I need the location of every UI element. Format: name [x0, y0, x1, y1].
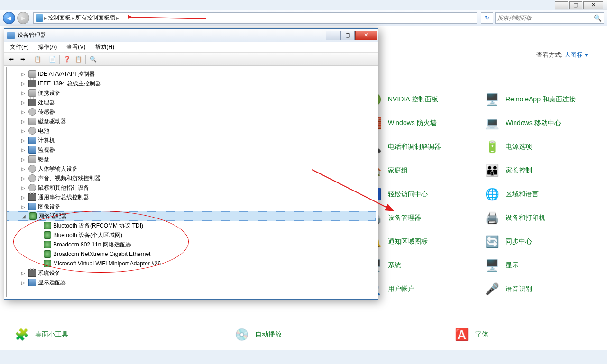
tree-node-label: 磁盘驱动器	[38, 118, 66, 126]
tree-node-声音、视频和游戏控制器[interactable]: ▷声音、视频和游戏控制器	[7, 173, 376, 183]
toolbar-button[interactable]: ⬅	[6, 54, 17, 64]
tree-node-label: 处理器	[38, 99, 55, 107]
expand-toggle[interactable]: ▷	[20, 157, 27, 162]
cp-item-Windows 移动中心[interactable]: 💻Windows 移动中心	[485, 111, 602, 135]
tree-node-监视器[interactable]: ▷监视器	[7, 145, 376, 155]
tree-node-显示适配器[interactable]: ▷显示适配器	[7, 278, 376, 287]
cp-item-Windows 防火墙[interactable]: 🧱Windows 防火墙	[367, 111, 485, 135]
device-manager-menubar: 文件(F)操作(A)查看(V)帮助(H)	[4, 42, 378, 53]
breadcrumb[interactable]: ▸ 控制面板 ▸ 所有控制面板项 ▸	[33, 12, 477, 24]
expand-toggle[interactable]: ▷	[20, 271, 27, 276]
cp-item-RemoteApp 和桌面连接[interactable]: 🖥️RemoteApp 和桌面连接	[485, 88, 602, 111]
cp-item-NVIDIA 控制面板[interactable]: 🟢NVIDIA 控制面板	[367, 88, 485, 111]
cp-item-轻松访问中心[interactable]: ♿轻松访问中心	[367, 182, 485, 206]
tree-node-鼠标和其他指针设备[interactable]: ▷鼠标和其他指针设备	[7, 183, 376, 192]
dm-minimize-button[interactable]: —	[326, 31, 340, 40]
toolbar-button[interactable]: ❓	[62, 54, 72, 64]
expand-toggle[interactable]: ▷	[20, 166, 27, 172]
tree-node-Microsoft Virtual WiFi Miniport Adapter #26[interactable]: Microsoft Virtual WiFi Miniport Adapter …	[7, 259, 376, 268]
cp-item-系统[interactable]: 🖥️系统	[367, 254, 485, 277]
expand-toggle[interactable]: ▷	[20, 138, 27, 143]
tree-node-label: Bluetooth 设备(RFCOMM 协议 TDI)	[53, 222, 143, 230]
search-box[interactable]: 🔍	[495, 12, 604, 24]
tree-node-网络适配器[interactable]: ◢网络适配器	[7, 211, 376, 221]
tree-node-IDE ATA/ATAPI 控制器[interactable]: ▷IDE ATA/ATAPI 控制器	[7, 69, 376, 79]
expand-toggle[interactable]: ▷	[20, 176, 27, 181]
tree-node-图像设备[interactable]: ▷图像设备	[7, 202, 376, 211]
tree-node-Bluetooth 设备(个人区域网)[interactable]: Bluetooth 设备(个人区域网)	[7, 230, 376, 240]
maximize-button[interactable]: ▢	[569, 1, 582, 9]
expand-toggle[interactable]: ▷	[20, 195, 27, 200]
expand-toggle[interactable]: ▷	[20, 109, 27, 115]
cp-item-电话和调制解调器[interactable]: 📞电话和调制解调器	[367, 135, 485, 159]
cp-item-用户帐户[interactable]: 👤用户帐户	[367, 277, 485, 301]
tree-node-处理器[interactable]: ▷处理器	[7, 98, 376, 107]
expand-toggle[interactable]: ▷	[20, 72, 27, 77]
expand-toggle[interactable]: ▷	[20, 204, 27, 209]
dm-close-button[interactable]: ✕	[355, 31, 377, 40]
tree-node-磁盘驱动器[interactable]: ▷磁盘驱动器	[7, 117, 376, 126]
cp-item-自动播放[interactable]: 💿自动播放	[234, 327, 352, 342]
search-input[interactable]	[497, 15, 594, 21]
cp-item-设备和打印机[interactable]: 🖨️设备和打印机	[485, 206, 602, 230]
tree-node-通用串行总线控制器[interactable]: ▷通用串行总线控制器	[7, 192, 376, 202]
expand-toggle[interactable]: ▷	[20, 81, 27, 86]
tree-node-传感器[interactable]: ▷传感器	[7, 107, 376, 117]
tree-node-系统设备[interactable]: ▷系统设备	[7, 268, 376, 278]
tree-node-Broadcom NetXtreme Gigabit Ethernet[interactable]: Broadcom NetXtreme Gigabit Ethernet	[7, 249, 376, 259]
expand-toggle[interactable]: ▷	[20, 119, 27, 124]
close-button[interactable]: ✕	[583, 1, 603, 9]
cp-item-设备管理器[interactable]: 🖨️设备管理器	[367, 206, 485, 230]
tree-node-电池[interactable]: ▷电池	[7, 126, 376, 136]
tree-node-IEEE 1394 总线主控制器[interactable]: ▷IEEE 1394 总线主控制器	[7, 79, 376, 88]
breadcrumb-item-1[interactable]: 所有控制面板项	[75, 14, 115, 22]
cp-item-显示[interactable]: 🖥️显示	[485, 254, 602, 277]
cp-item-同步中心[interactable]: 🔄同步中心	[485, 230, 602, 254]
device-tree[interactable]: ▷IDE ATA/ATAPI 控制器▷IEEE 1394 总线主控制器▷便携设备…	[6, 67, 376, 297]
device-manager-titlebar[interactable]: 设备管理器 — ▢ ✕	[4, 29, 378, 42]
back-button[interactable]: ◄	[3, 12, 15, 24]
device-icon	[28, 146, 36, 154]
view-mode-row: 查看方式: 大图标 ▾	[536, 51, 588, 59]
cp-item-字体[interactable]: 🅰️字体	[454, 327, 572, 342]
expand-toggle[interactable]: ▷	[20, 100, 27, 105]
menu-查看(V)[interactable]: 查看(V)	[63, 43, 89, 52]
menu-文件(F)[interactable]: 文件(F)	[6, 43, 32, 52]
minimize-button[interactable]: —	[555, 1, 568, 9]
expand-toggle[interactable]: ▷	[20, 185, 27, 191]
device-icon	[28, 70, 36, 78]
toolbar-button[interactable]: 🔍	[88, 54, 98, 64]
expand-toggle[interactable]: ▷	[20, 280, 27, 285]
cp-item-区域和语言[interactable]: 🌐区域和语言	[485, 182, 602, 206]
toolbar-button[interactable]: 📋	[32, 54, 43, 64]
tree-node-键盘[interactable]: ▷键盘	[7, 155, 376, 164]
toolbar-button[interactable]: 📋	[73, 54, 83, 64]
menu-操作(A)[interactable]: 操作(A)	[34, 43, 61, 52]
expand-toggle[interactable]: ▷	[20, 147, 27, 153]
search-icon[interactable]: 🔍	[594, 14, 602, 22]
dm-maximize-button[interactable]: ▢	[340, 31, 355, 40]
cp-item-通知区域图标[interactable]: 🔔通知区域图标	[367, 230, 485, 254]
expand-toggle[interactable]: ◢	[20, 214, 27, 219]
cp-item-电源选项[interactable]: 🔋电源选项	[485, 135, 602, 159]
expand-toggle[interactable]: ▷	[20, 128, 27, 134]
tree-node-便携设备[interactable]: ▷便携设备	[7, 88, 376, 98]
cp-item-家庭组[interactable]: 🏠家庭组	[367, 159, 485, 182]
expand-toggle[interactable]: ▷	[20, 91, 27, 96]
cp-item-语音识别[interactable]: 🎤语音识别	[485, 277, 602, 301]
view-mode-link[interactable]: 大图标 ▾	[564, 51, 588, 58]
tree-node-人体学输入设备[interactable]: ▷人体学输入设备	[7, 164, 376, 173]
toolbar-button[interactable]: ➡	[18, 54, 28, 64]
refresh-button[interactable]: ↻	[481, 12, 493, 24]
cp-item-label: 自动播放	[255, 330, 282, 339]
menu-帮助(H)[interactable]: 帮助(H)	[91, 43, 118, 52]
toolbar-button[interactable]: 📄	[47, 54, 57, 64]
breadcrumb-item-0[interactable]: 控制面板	[48, 14, 71, 22]
tree-node-计算机[interactable]: ▷计算机	[7, 136, 376, 145]
tree-node-Bluetooth 设备(RFCOMM 协议 TDI)[interactable]: Bluetooth 设备(RFCOMM 协议 TDI)	[7, 221, 376, 230]
forward-button[interactable]: ►	[17, 12, 29, 24]
cp-item-桌面小工具[interactable]: 🧩桌面小工具	[14, 327, 132, 342]
tree-node-label: 声音、视频和游戏控制器	[38, 174, 101, 182]
cp-item-家长控制[interactable]: 👪家长控制	[485, 159, 602, 182]
tree-node-Broadcom 802.11n 网络适配器[interactable]: Broadcom 802.11n 网络适配器	[7, 240, 376, 249]
